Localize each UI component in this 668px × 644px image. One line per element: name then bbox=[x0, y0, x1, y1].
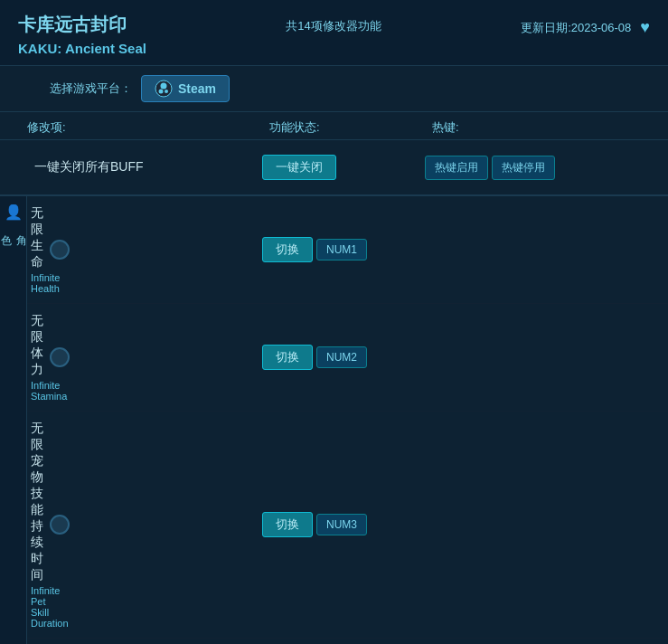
row-character-0: 无限生命Infinite Health切换NUM1 bbox=[27, 196, 668, 304]
row-hotkey-cell-character-1: 切换NUM2 bbox=[262, 345, 425, 370]
header-right: 更新日期:2023-06-08 ♥ bbox=[521, 13, 650, 37]
header-left: 卡库远古封印 KAKU: Ancient Seal bbox=[18, 13, 146, 56]
one-key-disable-all-name: 一键关闭所有BUFF bbox=[27, 159, 262, 175]
row-name-cell-character-2: 无限宠物技能持续时间Infinite Pet Skill Duration bbox=[27, 421, 50, 629]
row-name-cell-character-1: 无限体力Infinite Stamina bbox=[27, 313, 50, 402]
steam-logo-icon bbox=[155, 80, 173, 98]
row-name-zh-character-0: 无限生命 bbox=[31, 205, 50, 270]
hotkey-disable-button[interactable]: 热键停用 bbox=[492, 156, 555, 180]
update-date: 更新日期:2023-06-08 bbox=[521, 20, 631, 36]
row-name-en-character-0: Infinite Health bbox=[31, 272, 50, 294]
switch-btn-character-0[interactable]: 切换 bbox=[262, 237, 313, 262]
top-action-row: 一键关闭所有BUFF 一键关闭 热键启用 热键停用 bbox=[0, 140, 668, 196]
section-sidebar-character: 👤角 色 bbox=[0, 196, 27, 644]
toggle-character-2[interactable] bbox=[50, 515, 70, 535]
title-en: KAKU: Ancient Seal bbox=[18, 41, 146, 56]
hotkey-key-character-1[interactable]: NUM2 bbox=[316, 346, 367, 368]
section-label-character: 角 色 bbox=[0, 226, 29, 228]
row-status-cell-character-2 bbox=[50, 515, 262, 535]
row-name-en-character-1: Infinite Stamina bbox=[31, 380, 50, 402]
switch-btn-character-1[interactable]: 切换 bbox=[262, 345, 313, 370]
switch-btn-character-2[interactable]: 切换 bbox=[262, 512, 313, 537]
mod-count: 共14项修改器功能 bbox=[286, 19, 381, 33]
platform-label: 选择游戏平台： bbox=[50, 80, 132, 97]
section-content-character: 无限生命Infinite Health切换NUM1无限体力Infinite St… bbox=[27, 196, 668, 644]
header-center: 共14项修改器功能 bbox=[286, 13, 381, 34]
toggle-character-0[interactable] bbox=[50, 240, 70, 260]
hotkey-enable-button[interactable]: 热键启用 bbox=[425, 156, 488, 180]
header: 卡库远古封印 KAKU: Ancient Seal 共14项修改器功能 更新日期… bbox=[0, 0, 668, 66]
col-status: 功能状态: bbox=[262, 119, 425, 136]
section-body-character: 👤角 色无限生命Infinite Health切换NUM1无限体力Infinit… bbox=[0, 196, 668, 644]
row-character-2: 无限宠物技能持续时间Infinite Pet Skill Duration切换N… bbox=[27, 412, 668, 639]
svg-point-2 bbox=[159, 90, 164, 94]
hotkey-key-character-0[interactable]: NUM1 bbox=[316, 239, 367, 260]
row-name-zh-character-1: 无限体力 bbox=[31, 313, 50, 378]
steam-label: Steam bbox=[178, 81, 216, 96]
row-name-cell-character-0: 无限生命Infinite Health bbox=[27, 205, 50, 294]
row-name-zh-character-2: 无限宠物技能持续时间 bbox=[31, 421, 50, 583]
row-hotkey-cell-character-2: 切换NUM3 bbox=[262, 512, 425, 537]
row-character-3: 设定伤害倍数Set Damage Multiplier−+减少CtrlNUM4增… bbox=[27, 639, 668, 644]
one-key-close-button[interactable]: 一键关闭 bbox=[262, 155, 336, 180]
row-name-en-character-2: Infinite Pet Skill Duration bbox=[31, 585, 50, 629]
row-hotkey-cell-character-0: 切换NUM1 bbox=[262, 237, 425, 262]
title-zh: 卡库远古封印 bbox=[18, 13, 146, 37]
row-status-cell-character-1 bbox=[50, 347, 262, 367]
steam-button[interactable]: Steam bbox=[141, 75, 230, 102]
column-headers: 修改项: 功能状态: 热键: bbox=[0, 112, 668, 140]
col-mod-item: 修改项: bbox=[27, 119, 262, 136]
section-icon-character: 👤 bbox=[5, 204, 23, 221]
favorite-icon[interactable]: ♥ bbox=[640, 18, 650, 37]
svg-point-1 bbox=[161, 83, 167, 90]
col-hotkey: 热键: bbox=[425, 119, 668, 136]
row-character-1: 无限体力Infinite Stamina切换NUM2 bbox=[27, 304, 668, 412]
row-status-cell-character-0 bbox=[50, 240, 262, 260]
platform-row: 选择游戏平台： Steam bbox=[0, 66, 668, 112]
section-character: 👤角 色无限生命Infinite Health切换NUM1无限体力Infinit… bbox=[0, 196, 668, 644]
hotkey-key-character-2[interactable]: NUM3 bbox=[316, 514, 367, 535]
svg-point-3 bbox=[165, 90, 168, 93]
toggle-character-1[interactable] bbox=[50, 347, 70, 367]
